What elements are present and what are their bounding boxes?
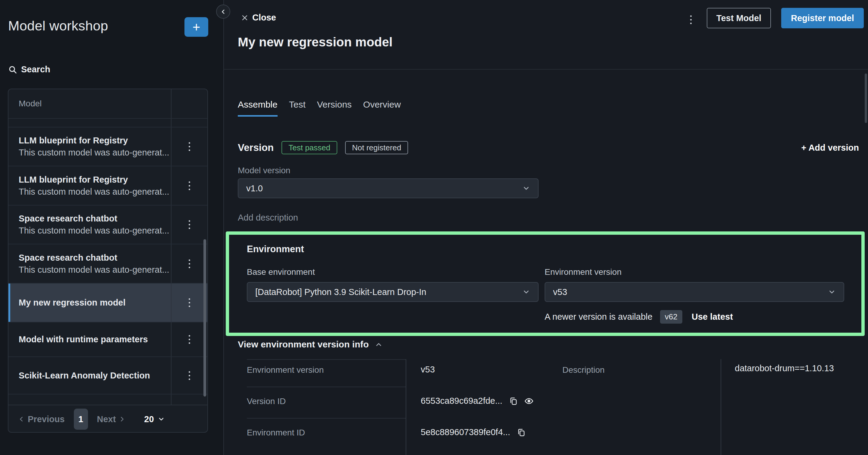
table-row-selected[interactable]: My new regression model: [8, 283, 207, 322]
table-row[interactable]: Space research chatbot This custom model…: [8, 205, 207, 244]
info-row-value: 6553ca89c69a2fde...: [421, 396, 534, 406]
tab-assemble[interactable]: Assemble: [238, 99, 278, 117]
app: Model workshop + Search Model LLM bl: [0, 0, 868, 455]
model-column-header: Model: [8, 99, 171, 108]
tab-overview[interactable]: Overview: [363, 99, 401, 117]
environment-version-field: Environment version v53 A newer version …: [545, 267, 844, 324]
table-row[interactable]: Model with runtime parameters: [8, 322, 207, 356]
environment-version-dropdown[interactable]: v53: [545, 282, 844, 302]
chevron-down-icon: [828, 288, 836, 296]
model-title: LLM blueprint for Registry: [19, 175, 171, 185]
close-icon: [241, 14, 248, 22]
search-toggle[interactable]: Search: [8, 64, 50, 74]
add-version-button[interactable]: + Add version: [801, 143, 859, 153]
info-row-label: Envrionment version: [247, 365, 324, 375]
environment-version-label: Environment version: [545, 267, 844, 277]
base-environment-dropdown[interactable]: [DataRobot] Python 3.9 Scikit-Learn Drop…: [247, 282, 538, 302]
page-size-value: 20: [144, 414, 154, 424]
tab-test[interactable]: Test: [289, 99, 306, 117]
environment-id-value: 5e8c889607389fe0f4...: [421, 427, 510, 437]
environment-version-value: v53: [553, 287, 567, 297]
collapse-sidebar-button[interactable]: [216, 4, 230, 19]
page-size-dropdown[interactable]: 20: [144, 414, 164, 424]
description-label: Description: [562, 365, 604, 375]
kebab-icon[interactable]: [186, 256, 193, 271]
chevron-down-icon: [158, 416, 165, 423]
kebab-icon[interactable]: [186, 178, 193, 193]
model-version-dropdown[interactable]: v1.0: [238, 178, 538, 198]
kebab-icon[interactable]: [186, 368, 193, 383]
environment-version-info-value: v53: [421, 365, 435, 375]
chevron-down-icon: [522, 185, 530, 192]
info-row-label: Version ID: [247, 396, 286, 406]
model-subtitle: This custom model was auto-generat...: [19, 226, 171, 236]
table-row-partial-bottom[interactable]: Scikit-Learn Regression: [8, 394, 207, 405]
copy-icon[interactable]: [517, 428, 526, 437]
table-row[interactable]: Scikit-Learn Anomaly Detection: [8, 356, 207, 394]
table-row[interactable]: Space research chatbot This custom model…: [8, 244, 207, 283]
detail-panel: Close Test Model Register model My new r…: [224, 0, 868, 455]
chevron-left-icon: [220, 8, 227, 15]
copy-icon[interactable]: [509, 396, 518, 405]
info-column-divider: [406, 359, 406, 455]
kebab-icon[interactable]: [687, 12, 695, 27]
newer-version-notice: A newer version is available v62 Use lat…: [545, 310, 844, 324]
status-badge-not-registered: Not registered: [345, 141, 408, 154]
close-label: Close: [252, 13, 276, 23]
main-scrollbar[interactable]: [865, 73, 867, 123]
version-id-value: 6553ca89c69a2fde...: [421, 396, 502, 406]
model-title: Model with runtime parameters: [19, 334, 171, 345]
next-label: Next: [97, 414, 116, 424]
add-model-button[interactable]: +: [184, 17, 208, 37]
view-environment-info-toggle[interactable]: View environment version info: [238, 339, 383, 350]
view-environment-info-label: View environment version info: [238, 339, 369, 350]
table-row[interactable]: LLM blueprint for Registry This custom m…: [8, 127, 207, 166]
kebab-icon[interactable]: [186, 217, 193, 232]
model-subtitle: This custom model was auto-generat...: [19, 148, 171, 158]
kebab-icon[interactable]: [186, 139, 193, 154]
kebab-icon[interactable]: [186, 332, 193, 347]
tab-bar: Assemble Test Versions Overview: [238, 99, 401, 117]
newer-version-text: A newer version is available: [545, 312, 652, 322]
model-title: My new regression model: [19, 298, 171, 307]
test-model-button[interactable]: Test Model: [707, 8, 771, 28]
previous-label: Previous: [28, 414, 65, 424]
environment-heading: Environment: [247, 244, 304, 255]
status-badge-test-passed: Test passed: [281, 141, 337, 154]
model-title: Space research chatbot: [19, 253, 171, 263]
next-page-button[interactable]: Next: [97, 414, 126, 424]
model-title: LLM blueprint for Registry: [19, 136, 171, 145]
page-number[interactable]: 1: [74, 409, 88, 430]
search-label: Search: [21, 64, 50, 74]
tab-versions[interactable]: Versions: [317, 99, 352, 117]
previous-page-button[interactable]: Previous: [18, 414, 65, 424]
model-version-label: Model version: [238, 166, 290, 175]
sidebar: Model workshop + Search Model LLM bl: [0, 0, 223, 455]
chevron-right-icon: [119, 416, 125, 422]
add-description-button[interactable]: Add description: [238, 213, 298, 223]
model-title: Space research chatbot: [19, 214, 171, 224]
chevron-left-icon: [18, 416, 25, 422]
environment-section-highlight: Environment Base environment [DataRobot]…: [226, 231, 865, 336]
model-table-header: Model: [8, 89, 207, 118]
kebab-icon[interactable]: [186, 295, 193, 310]
base-environment-label: Base environment: [247, 267, 538, 277]
model-title: Scikit-Learn Regression: [19, 404, 171, 405]
page-title: Model workshop: [8, 18, 108, 34]
register-model-button[interactable]: Register model: [781, 8, 864, 28]
pagination: Previous 1 Next 20: [8, 405, 207, 433]
environment-info-table: Envrionment version v53 Version ID 6553c…: [224, 359, 868, 455]
sidebar-scrollbar[interactable]: [204, 239, 206, 396]
info-column-divider: [721, 359, 721, 455]
base-environment-field: Base environment [DataRobot] Python 3.9 …: [247, 267, 538, 302]
base-environment-value: [DataRobot] Python 3.9 Scikit-Learn Drop…: [255, 287, 426, 297]
use-latest-button[interactable]: Use latest: [692, 312, 733, 322]
info-row-label: Environment ID: [247, 428, 305, 437]
model-subtitle: This custom model was auto-generat...: [19, 187, 171, 197]
table-row[interactable]: LLM blueprint for Registry This custom m…: [8, 166, 207, 205]
table-row-partial-top: [8, 118, 207, 127]
close-button[interactable]: Close: [241, 13, 276, 23]
model-table: Model LLM blueprint for Registry This cu…: [8, 89, 208, 433]
model-subtitle: This custom model was auto-generat...: [19, 265, 171, 275]
eye-icon[interactable]: [524, 396, 534, 406]
